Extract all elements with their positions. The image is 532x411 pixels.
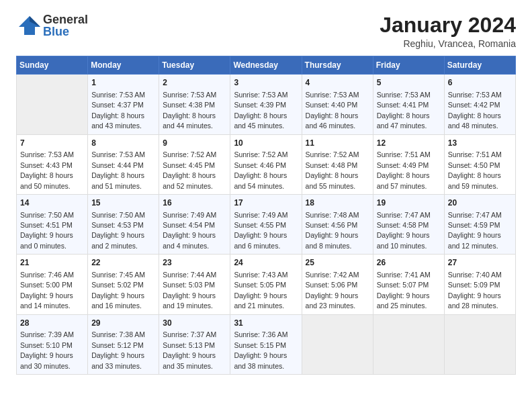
day-daylight: Daylight: 9 hours and 10 minutes. xyxy=(377,231,430,249)
day-sunset: Sunset: 4:43 PM xyxy=(20,161,73,169)
day-sunset: Sunset: 4:55 PM xyxy=(234,221,286,229)
day-sunset: Sunset: 4:54 PM xyxy=(163,221,215,229)
day-daylight: Daylight: 9 hours and 30 minutes. xyxy=(20,351,73,369)
day-cell xyxy=(373,314,444,374)
day-cell: 9 Sunrise: 7:52 AM Sunset: 4:45 PM Dayli… xyxy=(159,134,230,194)
day-daylight: Daylight: 8 hours and 50 minutes. xyxy=(20,171,73,189)
day-sunrise: Sunrise: 7:40 AM xyxy=(448,271,502,279)
day-sunset: Sunset: 5:12 PM xyxy=(91,341,144,349)
day-sunrise: Sunrise: 7:50 AM xyxy=(91,211,145,219)
day-sunset: Sunset: 4:53 PM xyxy=(91,221,144,229)
col-header-wednesday: Wednesday xyxy=(230,56,302,75)
day-sunrise: Sunrise: 7:47 AM xyxy=(448,211,502,219)
day-daylight: Daylight: 8 hours and 51 minutes. xyxy=(91,171,144,189)
day-cell: 24 Sunrise: 7:43 AM Sunset: 5:05 PM Dayl… xyxy=(230,255,302,314)
day-daylight: Daylight: 9 hours and 14 minutes. xyxy=(20,291,73,310)
day-number: 29 xyxy=(91,318,155,329)
day-daylight: Daylight: 9 hours and 12 minutes. xyxy=(448,231,501,249)
day-number: 31 xyxy=(234,318,298,329)
col-header-friday: Friday xyxy=(373,56,444,75)
day-daylight: Daylight: 9 hours and 16 minutes. xyxy=(91,291,144,310)
day-cell: 22 Sunrise: 7:45 AM Sunset: 5:02 PM Dayl… xyxy=(88,255,159,314)
week-row-5: 28 Sunrise: 7:39 AM Sunset: 5:10 PM Dayl… xyxy=(17,314,516,374)
day-cell: 16 Sunrise: 7:49 AM Sunset: 4:54 PM Dayl… xyxy=(159,194,230,254)
day-daylight: Daylight: 9 hours and 0 minutes. xyxy=(20,231,73,249)
day-sunset: Sunset: 4:42 PM xyxy=(448,101,500,109)
day-sunset: Sunset: 4:49 PM xyxy=(377,161,429,169)
day-sunrise: Sunrise: 7:46 AM xyxy=(20,271,74,279)
day-sunset: Sunset: 5:10 PM xyxy=(20,341,73,349)
day-cell xyxy=(17,75,88,134)
day-cell: 31 Sunrise: 7:36 AM Sunset: 5:15 PM Dayl… xyxy=(230,314,302,374)
day-cell: 3 Sunrise: 7:53 AM Sunset: 4:39 PM Dayli… xyxy=(230,75,302,134)
day-sunset: Sunset: 5:07 PM xyxy=(377,281,429,289)
day-cell: 25 Sunrise: 7:42 AM Sunset: 5:06 PM Dayl… xyxy=(302,255,373,314)
day-daylight: Daylight: 8 hours and 57 minutes. xyxy=(377,171,430,189)
location: Reghiu, Vrancea, Romania xyxy=(380,38,516,49)
day-sunrise: Sunrise: 7:39 AM xyxy=(20,330,74,338)
day-sunrise: Sunrise: 7:53 AM xyxy=(20,150,74,158)
day-cell: 1 Sunrise: 7:53 AM Sunset: 4:37 PM Dayli… xyxy=(88,75,159,134)
col-header-thursday: Thursday xyxy=(302,56,373,75)
day-cell: 6 Sunrise: 7:53 AM Sunset: 4:42 PM Dayli… xyxy=(444,75,515,134)
day-daylight: Daylight: 9 hours and 4 minutes. xyxy=(163,231,216,249)
day-cell: 7 Sunrise: 7:53 AM Sunset: 4:43 PM Dayli… xyxy=(17,134,88,194)
day-cell: 28 Sunrise: 7:39 AM Sunset: 5:10 PM Dayl… xyxy=(17,314,88,374)
day-sunset: Sunset: 5:13 PM xyxy=(163,341,215,349)
day-sunrise: Sunrise: 7:50 AM xyxy=(20,211,74,219)
day-cell: 30 Sunrise: 7:37 AM Sunset: 5:13 PM Dayl… xyxy=(159,314,230,374)
day-sunset: Sunset: 5:15 PM xyxy=(234,341,286,349)
day-daylight: Daylight: 9 hours and 23 minutes. xyxy=(306,291,359,310)
day-cell: 5 Sunrise: 7:53 AM Sunset: 4:41 PM Dayli… xyxy=(373,75,444,134)
day-cell: 10 Sunrise: 7:52 AM Sunset: 4:46 PM Dayl… xyxy=(230,134,302,194)
week-row-2: 7 Sunrise: 7:53 AM Sunset: 4:43 PM Dayli… xyxy=(17,134,516,194)
day-sunrise: Sunrise: 7:53 AM xyxy=(163,91,216,99)
day-cell: 21 Sunrise: 7:46 AM Sunset: 5:00 PM Dayl… xyxy=(17,255,88,314)
day-sunrise: Sunrise: 7:44 AM xyxy=(163,271,216,279)
day-cell: 8 Sunrise: 7:53 AM Sunset: 4:44 PM Dayli… xyxy=(88,134,159,194)
day-sunrise: Sunrise: 7:47 AM xyxy=(377,211,431,219)
day-daylight: Daylight: 9 hours and 2 minutes. xyxy=(91,231,144,249)
day-cell: 18 Sunrise: 7:48 AM Sunset: 4:56 PM Dayl… xyxy=(302,194,373,254)
day-daylight: Daylight: 9 hours and 8 minutes. xyxy=(306,231,359,249)
day-sunset: Sunset: 4:45 PM xyxy=(163,161,215,169)
logo-blue: Blue xyxy=(43,26,88,38)
calendar-table: SundayMondayTuesdayWednesdayThursdayFrid… xyxy=(16,56,516,375)
day-sunrise: Sunrise: 7:52 AM xyxy=(163,150,216,158)
day-cell: 11 Sunrise: 7:52 AM Sunset: 4:48 PM Dayl… xyxy=(302,134,373,194)
day-number: 12 xyxy=(377,138,441,149)
col-header-saturday: Saturday xyxy=(444,56,515,75)
day-number: 11 xyxy=(306,138,369,149)
day-sunset: Sunset: 5:02 PM xyxy=(91,281,144,289)
day-daylight: Daylight: 8 hours and 45 minutes. xyxy=(234,111,287,130)
day-daylight: Daylight: 8 hours and 52 minutes. xyxy=(163,171,216,189)
day-sunrise: Sunrise: 7:36 AM xyxy=(234,330,287,338)
day-sunset: Sunset: 5:06 PM xyxy=(306,281,358,289)
day-sunset: Sunset: 5:09 PM xyxy=(448,281,500,289)
day-sunset: Sunset: 5:00 PM xyxy=(20,281,73,289)
day-cell: 14 Sunrise: 7:50 AM Sunset: 4:51 PM Dayl… xyxy=(17,194,88,254)
day-sunset: Sunset: 4:37 PM xyxy=(91,101,144,109)
day-number: 16 xyxy=(163,197,226,209)
day-number: 20 xyxy=(448,197,512,209)
day-sunset: Sunset: 4:44 PM xyxy=(91,161,144,169)
day-cell xyxy=(302,314,373,374)
day-cell: 20 Sunrise: 7:47 AM Sunset: 4:59 PM Dayl… xyxy=(444,194,515,254)
day-sunset: Sunset: 5:03 PM xyxy=(163,281,215,289)
day-number: 26 xyxy=(377,257,441,269)
day-sunrise: Sunrise: 7:53 AM xyxy=(91,150,145,158)
day-number: 22 xyxy=(91,257,155,269)
day-sunrise: Sunrise: 7:53 AM xyxy=(306,91,359,99)
month-title: January 2024 xyxy=(380,13,516,37)
day-sunrise: Sunrise: 7:53 AM xyxy=(91,91,145,99)
week-row-4: 21 Sunrise: 7:46 AM Sunset: 5:00 PM Dayl… xyxy=(17,255,516,314)
day-number: 25 xyxy=(306,257,369,269)
day-sunset: Sunset: 4:38 PM xyxy=(163,101,215,109)
day-cell: 19 Sunrise: 7:47 AM Sunset: 4:58 PM Dayl… xyxy=(373,194,444,254)
day-daylight: Daylight: 9 hours and 28 minutes. xyxy=(448,291,501,310)
day-sunset: Sunset: 4:56 PM xyxy=(306,221,358,229)
logo-general: General xyxy=(43,13,88,26)
day-sunrise: Sunrise: 7:53 AM xyxy=(448,91,502,99)
day-sunset: Sunset: 4:59 PM xyxy=(448,221,500,229)
page: General Blue January 2024 Reghiu, Vrance… xyxy=(0,0,532,411)
